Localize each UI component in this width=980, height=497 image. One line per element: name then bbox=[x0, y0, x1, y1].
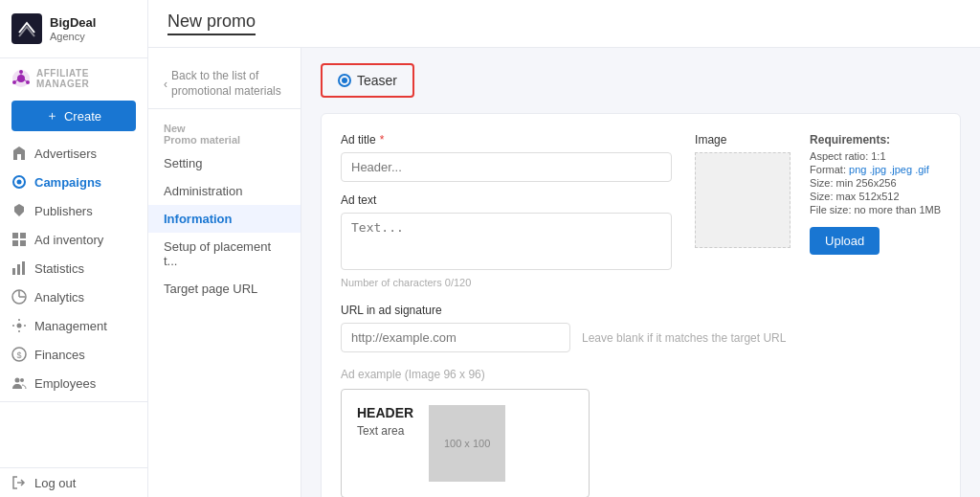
left-panel: ‹ Back to the list of promotional materi… bbox=[148, 48, 301, 497]
sidebar-item-management[interactable]: Management bbox=[0, 311, 147, 340]
url-input[interactable] bbox=[341, 323, 570, 352]
page-title: New promo bbox=[167, 11, 256, 35]
svg-rect-0 bbox=[11, 13, 42, 44]
logo-sub: Agency bbox=[50, 31, 96, 42]
svg-point-21 bbox=[17, 324, 22, 328]
req-aspect: Aspect ratio: 1:1 bbox=[810, 150, 941, 162]
ad-example-image-thumb: 100 x 100 bbox=[429, 405, 505, 482]
ad-example-body: Text area bbox=[357, 424, 413, 438]
ad-example-text: HEADER Text area bbox=[357, 405, 413, 438]
left-panel-item-target-url[interactable]: Target page URL bbox=[148, 275, 301, 303]
affiliate-section: AFFILIATE MANAGER bbox=[0, 58, 147, 93]
sidebar-item-finances[interactable]: $ Finances bbox=[0, 340, 147, 369]
ad-text-label: Ad text bbox=[341, 193, 672, 207]
campaigns-icon bbox=[11, 174, 27, 190]
url-hint: Leave blank if it matches the target URL bbox=[582, 331, 786, 352]
ad-example-box: HEADER Text area 100 x 100 bbox=[341, 389, 590, 497]
req-size-min: Size: min 256x256 bbox=[810, 177, 941, 189]
svg-rect-14 bbox=[20, 240, 26, 246]
req-format: Format: png .jpg .jpeg .gif bbox=[810, 164, 941, 175]
ad-inventory-icon bbox=[11, 232, 27, 247]
sidebar-item-ad-inventory[interactable]: Ad inventory bbox=[0, 225, 147, 254]
svg-point-10 bbox=[17, 180, 22, 185]
svg-rect-12 bbox=[20, 233, 26, 238]
ad-title-input[interactable] bbox=[341, 152, 672, 182]
logo-name: BigDeal bbox=[50, 15, 96, 31]
requirements-title: Requirements: bbox=[810, 133, 941, 147]
svg-point-2 bbox=[17, 75, 25, 82]
ad-example-header: HEADER bbox=[357, 405, 413, 420]
svg-rect-15 bbox=[12, 268, 15, 275]
svg-rect-11 bbox=[12, 233, 18, 238]
logo-icon bbox=[11, 13, 42, 44]
sidebar-item-analytics[interactable]: Analytics bbox=[0, 282, 147, 311]
req-size-max: Size: max 512x512 bbox=[810, 191, 941, 202]
svg-point-4 bbox=[26, 80, 30, 84]
left-panel-item-setting[interactable]: Setting bbox=[148, 149, 301, 177]
svg-point-24 bbox=[15, 378, 20, 383]
svg-rect-16 bbox=[17, 264, 20, 275]
management-icon bbox=[11, 318, 27, 333]
employees-icon bbox=[11, 375, 27, 391]
left-panel-item-setup-placement[interactable]: Setup of placement t... bbox=[148, 233, 301, 275]
tab-teaser[interactable]: Teaser bbox=[321, 63, 414, 98]
back-link[interactable]: ‹ Back to the list of promotional materi… bbox=[148, 59, 301, 109]
nav-divider bbox=[0, 401, 147, 402]
ad-example-label: Ad example (Image 96 x 96) bbox=[341, 368, 941, 381]
form-card: Ad title * Ad text Number of characters … bbox=[321, 113, 961, 497]
svg-text:$: $ bbox=[17, 350, 22, 360]
content-area: ‹ Back to the list of promotional materi… bbox=[148, 48, 980, 497]
advertisers-icon bbox=[11, 146, 27, 161]
plus-icon: ＋ bbox=[46, 107, 58, 124]
affiliate-icon bbox=[11, 69, 31, 88]
sidebar-bottom: Log out bbox=[0, 467, 147, 497]
sidebar-item-employees[interactable]: Employees bbox=[0, 369, 147, 397]
image-section: Image Requirements: Aspect ratio: 1:1 Fo… bbox=[695, 133, 941, 288]
form-panel: Teaser Ad title * bbox=[301, 48, 980, 497]
create-button[interactable]: ＋ Create bbox=[11, 101, 136, 131]
sidebar-item-statistics[interactable]: Statistics bbox=[0, 254, 147, 282]
tab-bar: Teaser bbox=[321, 63, 961, 98]
logout-icon bbox=[11, 475, 27, 490]
char-count: Number of characters 0/120 bbox=[341, 277, 672, 288]
url-row: URL in ad signature Leave blank if it ma… bbox=[341, 304, 941, 352]
sidebar: BigDeal Agency AFFILIATE MANAGER ＋ Creat… bbox=[0, 0, 148, 497]
logo-area: BigDeal Agency bbox=[0, 0, 147, 58]
sidebar-item-publishers[interactable]: Publishers bbox=[0, 196, 147, 225]
ad-example-section: Ad example (Image 96 x 96) HEADER Text a… bbox=[341, 368, 941, 497]
requirements-col: Requirements: Aspect ratio: 1:1 Format: … bbox=[810, 133, 941, 288]
svg-point-5 bbox=[12, 80, 16, 84]
image-col: Image bbox=[695, 133, 791, 288]
promo-section-label: New Promo material bbox=[148, 117, 301, 149]
publishers-icon bbox=[11, 203, 27, 218]
left-panel-item-administration[interactable]: Administration bbox=[148, 177, 301, 205]
topbar: New promo bbox=[148, 0, 980, 48]
finances-icon: $ bbox=[11, 347, 27, 362]
url-input-row: Leave blank if it matches the target URL bbox=[341, 323, 941, 352]
req-file-size: File size: no more than 1MB bbox=[810, 204, 941, 215]
sidebar-item-advertisers[interactable]: Advertisers bbox=[0, 139, 147, 168]
svg-rect-13 bbox=[12, 240, 18, 246]
statistics-icon bbox=[11, 260, 27, 276]
tab-radio-icon bbox=[338, 74, 351, 87]
ad-title-label: Ad title * bbox=[341, 133, 672, 147]
sidebar-item-logout[interactable]: Log out bbox=[0, 468, 147, 497]
form-left-col: Ad title * Ad text Number of characters … bbox=[341, 133, 672, 288]
url-label: URL in ad signature bbox=[341, 304, 941, 317]
ad-text-textarea[interactable] bbox=[341, 213, 672, 270]
required-star: * bbox=[380, 133, 385, 147]
analytics-icon bbox=[11, 289, 27, 305]
image-placeholder bbox=[695, 152, 791, 248]
image-label: Image bbox=[695, 133, 791, 147]
back-arrow-icon: ‹ bbox=[164, 78, 167, 91]
svg-rect-17 bbox=[22, 261, 25, 275]
sidebar-item-campaigns[interactable]: Campaigns bbox=[0, 168, 147, 196]
svg-point-3 bbox=[19, 70, 23, 74]
svg-point-25 bbox=[20, 378, 24, 382]
main-content: New promo ‹ Back to the list of promotio… bbox=[148, 0, 980, 497]
upload-button[interactable]: Upload bbox=[810, 227, 880, 255]
form-main-row: Ad title * Ad text Number of characters … bbox=[341, 133, 941, 288]
left-panel-item-information[interactable]: Information bbox=[148, 205, 301, 233]
